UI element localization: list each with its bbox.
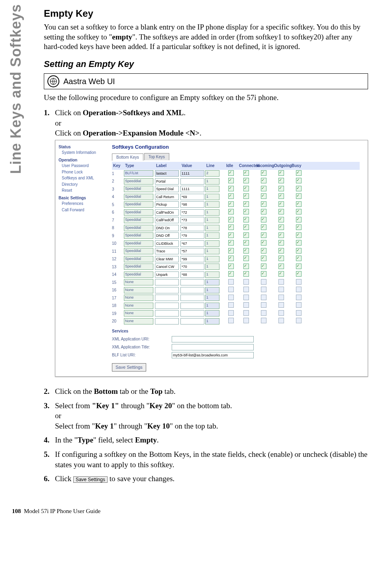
- state-checkbox[interactable]: [278, 240, 284, 246]
- state-checkbox[interactable]: [243, 271, 249, 277]
- value-input[interactable]: [180, 295, 204, 301]
- state-checkbox[interactable]: [243, 232, 249, 238]
- sc-save-settings-button[interactable]: Save Settings: [112, 363, 146, 372]
- state-checkbox[interactable]: [243, 193, 249, 199]
- state-checkbox[interactable]: [296, 256, 302, 261]
- state-checkbox[interactable]: [278, 310, 284, 316]
- state-checkbox[interactable]: [243, 170, 249, 176]
- line-select[interactable]: 1: [205, 310, 219, 317]
- type-select[interactable]: Speeddial: [124, 248, 153, 254]
- type-select[interactable]: None: [124, 310, 153, 317]
- state-checkbox[interactable]: [228, 193, 234, 199]
- state-checkbox[interactable]: [261, 209, 266, 214]
- line-select[interactable]: 1: [205, 303, 219, 309]
- state-checkbox[interactable]: [278, 217, 284, 222]
- state-checkbox[interactable]: [278, 193, 284, 199]
- state-checkbox[interactable]: [243, 201, 249, 207]
- state-checkbox[interactable]: [296, 302, 302, 308]
- state-checkbox[interactable]: [261, 178, 266, 183]
- label-input[interactable]: [155, 271, 179, 278]
- state-checkbox[interactable]: [278, 178, 284, 183]
- label-input[interactable]: [155, 295, 179, 301]
- state-checkbox[interactable]: [261, 287, 266, 292]
- label-input[interactable]: [155, 217, 179, 223]
- state-checkbox[interactable]: [243, 279, 249, 285]
- label-input[interactable]: [155, 178, 179, 185]
- state-checkbox[interactable]: [243, 240, 249, 246]
- value-input[interactable]: [180, 209, 204, 216]
- state-checkbox[interactable]: [296, 264, 302, 269]
- state-checkbox[interactable]: [228, 217, 234, 222]
- state-checkbox[interactable]: [228, 302, 234, 308]
- line-select[interactable]: 1: [205, 209, 219, 216]
- state-checkbox[interactable]: [278, 224, 284, 230]
- value-input[interactable]: [180, 318, 204, 324]
- line-select[interactable]: 1: [205, 264, 219, 270]
- nav-softkeys[interactable]: Softkeys and XML: [59, 175, 106, 181]
- state-checkbox[interactable]: [296, 271, 302, 277]
- state-checkbox[interactable]: [296, 295, 302, 300]
- state-checkbox[interactable]: [296, 209, 302, 214]
- state-checkbox[interactable]: [228, 232, 234, 238]
- nav-reset[interactable]: Reset: [59, 187, 106, 194]
- type-select[interactable]: None: [124, 303, 153, 309]
- line-select[interactable]: 2: [205, 170, 219, 177]
- state-checkbox[interactable]: [261, 264, 266, 269]
- line-select[interactable]: 1: [205, 240, 219, 247]
- state-checkbox[interactable]: [296, 240, 302, 246]
- value-input[interactable]: [180, 217, 204, 223]
- label-input[interactable]: [155, 310, 179, 317]
- state-checkbox[interactable]: [261, 248, 266, 254]
- label-input[interactable]: [155, 170, 179, 177]
- state-checkbox[interactable]: [228, 201, 234, 207]
- state-checkbox[interactable]: [278, 186, 284, 191]
- value-input[interactable]: [180, 310, 204, 317]
- type-select[interactable]: Speeddial: [124, 209, 153, 216]
- state-checkbox[interactable]: [243, 224, 249, 230]
- line-select[interactable]: 1: [205, 217, 219, 223]
- state-checkbox[interactable]: [278, 271, 284, 277]
- state-checkbox[interactable]: [243, 248, 249, 254]
- line-select[interactable]: 1: [205, 201, 219, 208]
- state-checkbox[interactable]: [228, 318, 234, 323]
- line-select[interactable]: 1: [205, 318, 219, 324]
- value-input[interactable]: [180, 264, 204, 270]
- state-checkbox[interactable]: [261, 240, 266, 246]
- value-input[interactable]: [180, 287, 204, 293]
- type-select[interactable]: Speeddial: [124, 264, 153, 270]
- label-input[interactable]: [155, 279, 179, 285]
- value-input[interactable]: [180, 232, 204, 239]
- state-checkbox[interactable]: [261, 170, 266, 176]
- line-select[interactable]: 1: [205, 287, 219, 293]
- state-checkbox[interactable]: [243, 287, 249, 292]
- line-select[interactable]: 1: [205, 295, 219, 301]
- type-select[interactable]: Speeddial: [124, 178, 153, 185]
- state-checkbox[interactable]: [243, 217, 249, 222]
- state-checkbox[interactable]: [261, 279, 266, 285]
- type-select[interactable]: Speeddial: [124, 225, 153, 231]
- state-checkbox[interactable]: [243, 186, 249, 191]
- state-checkbox[interactable]: [228, 186, 234, 191]
- value-input[interactable]: [180, 240, 204, 247]
- state-checkbox[interactable]: [296, 201, 302, 207]
- state-checkbox[interactable]: [243, 295, 249, 300]
- label-input[interactable]: [155, 194, 179, 200]
- label-input[interactable]: [155, 256, 179, 262]
- state-checkbox[interactable]: [296, 178, 302, 183]
- type-select[interactable]: Speeddial: [124, 240, 153, 247]
- state-checkbox[interactable]: [228, 209, 234, 214]
- label-input[interactable]: [155, 287, 179, 293]
- value-input[interactable]: [180, 170, 204, 177]
- state-checkbox[interactable]: [278, 232, 284, 238]
- state-checkbox[interactable]: [296, 287, 302, 292]
- state-checkbox[interactable]: [243, 256, 249, 261]
- type-select[interactable]: Speeddial: [124, 271, 153, 278]
- line-select[interactable]: 1: [205, 178, 219, 185]
- value-input[interactable]: [180, 178, 204, 185]
- type-select[interactable]: Speeddial: [124, 232, 153, 239]
- value-input[interactable]: [180, 248, 204, 254]
- state-checkbox[interactable]: [243, 318, 249, 323]
- nav-sysinfo[interactable]: System Information: [59, 149, 106, 156]
- value-input[interactable]: [180, 201, 204, 208]
- state-checkbox[interactable]: [261, 295, 266, 300]
